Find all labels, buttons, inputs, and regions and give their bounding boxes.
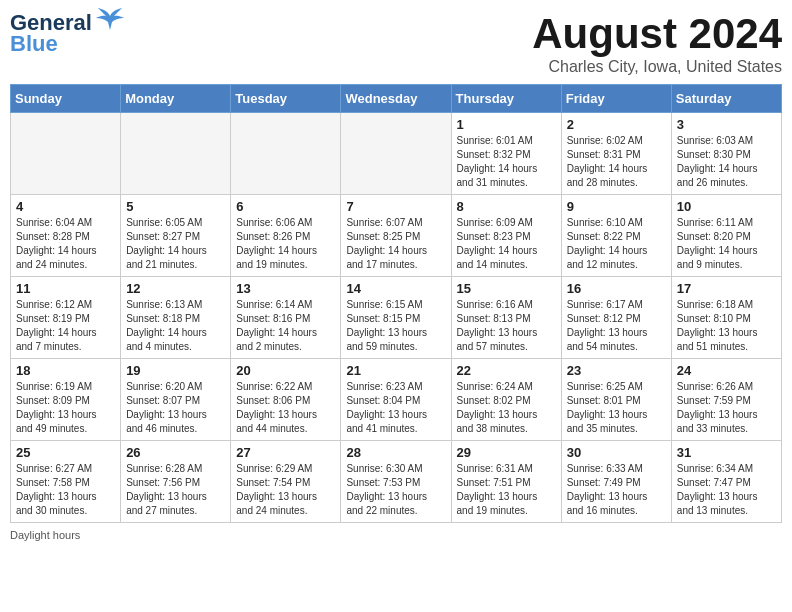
day-number: 13 <box>236 281 335 296</box>
calendar-cell: 21Sunrise: 6:23 AM Sunset: 8:04 PM Dayli… <box>341 359 451 441</box>
day-info: Sunrise: 6:12 AM Sunset: 8:19 PM Dayligh… <box>16 299 97 352</box>
calendar-cell: 9Sunrise: 6:10 AM Sunset: 8:22 PM Daylig… <box>561 195 671 277</box>
day-info: Sunrise: 6:07 AM Sunset: 8:25 PM Dayligh… <box>346 217 427 270</box>
calendar-cell: 30Sunrise: 6:33 AM Sunset: 7:49 PM Dayli… <box>561 441 671 523</box>
calendar-cell <box>11 113 121 195</box>
day-info: Sunrise: 6:10 AM Sunset: 8:22 PM Dayligh… <box>567 217 648 270</box>
week-row-2: 11Sunrise: 6:12 AM Sunset: 8:19 PM Dayli… <box>11 277 782 359</box>
calendar-cell: 26Sunrise: 6:28 AM Sunset: 7:56 PM Dayli… <box>121 441 231 523</box>
day-info: Sunrise: 6:13 AM Sunset: 8:18 PM Dayligh… <box>126 299 207 352</box>
day-info: Sunrise: 6:11 AM Sunset: 8:20 PM Dayligh… <box>677 217 758 270</box>
day-info: Sunrise: 6:26 AM Sunset: 7:59 PM Dayligh… <box>677 381 758 434</box>
calendar-cell: 14Sunrise: 6:15 AM Sunset: 8:15 PM Dayli… <box>341 277 451 359</box>
calendar-cell: 28Sunrise: 6:30 AM Sunset: 7:53 PM Dayli… <box>341 441 451 523</box>
calendar-cell: 23Sunrise: 6:25 AM Sunset: 8:01 PM Dayli… <box>561 359 671 441</box>
calendar-cell: 12Sunrise: 6:13 AM Sunset: 8:18 PM Dayli… <box>121 277 231 359</box>
day-number: 29 <box>457 445 556 460</box>
day-number: 17 <box>677 281 776 296</box>
day-number: 24 <box>677 363 776 378</box>
day-info: Sunrise: 6:03 AM Sunset: 8:30 PM Dayligh… <box>677 135 758 188</box>
day-info: Sunrise: 6:28 AM Sunset: 7:56 PM Dayligh… <box>126 463 207 516</box>
day-info: Sunrise: 6:33 AM Sunset: 7:49 PM Dayligh… <box>567 463 648 516</box>
day-number: 4 <box>16 199 115 214</box>
week-row-0: 1Sunrise: 6:01 AM Sunset: 8:32 PM Daylig… <box>11 113 782 195</box>
day-info: Sunrise: 6:30 AM Sunset: 7:53 PM Dayligh… <box>346 463 427 516</box>
day-number: 30 <box>567 445 666 460</box>
calendar-cell: 5Sunrise: 6:05 AM Sunset: 8:27 PM Daylig… <box>121 195 231 277</box>
calendar-title: August 2024 <box>532 10 782 58</box>
week-row-1: 4Sunrise: 6:04 AM Sunset: 8:28 PM Daylig… <box>11 195 782 277</box>
calendar-cell: 15Sunrise: 6:16 AM Sunset: 8:13 PM Dayli… <box>451 277 561 359</box>
calendar-cell: 13Sunrise: 6:14 AM Sunset: 8:16 PM Dayli… <box>231 277 341 359</box>
day-info: Sunrise: 6:29 AM Sunset: 7:54 PM Dayligh… <box>236 463 317 516</box>
day-number: 11 <box>16 281 115 296</box>
day-info: Sunrise: 6:18 AM Sunset: 8:10 PM Dayligh… <box>677 299 758 352</box>
day-info: Sunrise: 6:23 AM Sunset: 8:04 PM Dayligh… <box>346 381 427 434</box>
day-info: Sunrise: 6:02 AM Sunset: 8:31 PM Dayligh… <box>567 135 648 188</box>
day-info: Sunrise: 6:24 AM Sunset: 8:02 PM Dayligh… <box>457 381 538 434</box>
day-number: 22 <box>457 363 556 378</box>
footer-note: Daylight hours <box>10 529 782 541</box>
day-info: Sunrise: 6:31 AM Sunset: 7:51 PM Dayligh… <box>457 463 538 516</box>
day-info: Sunrise: 6:14 AM Sunset: 8:16 PM Dayligh… <box>236 299 317 352</box>
calendar-cell: 8Sunrise: 6:09 AM Sunset: 8:23 PM Daylig… <box>451 195 561 277</box>
day-info: Sunrise: 6:01 AM Sunset: 8:32 PM Dayligh… <box>457 135 538 188</box>
calendar-cell <box>341 113 451 195</box>
calendar-cell: 2Sunrise: 6:02 AM Sunset: 8:31 PM Daylig… <box>561 113 671 195</box>
col-friday: Friday <box>561 85 671 113</box>
title-area: August 2024 Charles City, Iowa, United S… <box>532 10 782 76</box>
day-info: Sunrise: 6:16 AM Sunset: 8:13 PM Dayligh… <box>457 299 538 352</box>
calendar-cell <box>231 113 341 195</box>
day-info: Sunrise: 6:19 AM Sunset: 8:09 PM Dayligh… <box>16 381 97 434</box>
day-number: 25 <box>16 445 115 460</box>
col-tuesday: Tuesday <box>231 85 341 113</box>
day-info: Sunrise: 6:22 AM Sunset: 8:06 PM Dayligh… <box>236 381 317 434</box>
calendar-cell: 16Sunrise: 6:17 AM Sunset: 8:12 PM Dayli… <box>561 277 671 359</box>
calendar-cell: 22Sunrise: 6:24 AM Sunset: 8:02 PM Dayli… <box>451 359 561 441</box>
day-number: 9 <box>567 199 666 214</box>
calendar-subtitle: Charles City, Iowa, United States <box>532 58 782 76</box>
day-number: 19 <box>126 363 225 378</box>
day-number: 28 <box>346 445 445 460</box>
day-number: 16 <box>567 281 666 296</box>
day-info: Sunrise: 6:04 AM Sunset: 8:28 PM Dayligh… <box>16 217 97 270</box>
day-number: 1 <box>457 117 556 132</box>
col-wednesday: Wednesday <box>341 85 451 113</box>
calendar-cell: 19Sunrise: 6:20 AM Sunset: 8:07 PM Dayli… <box>121 359 231 441</box>
day-info: Sunrise: 6:05 AM Sunset: 8:27 PM Dayligh… <box>126 217 207 270</box>
calendar-cell: 27Sunrise: 6:29 AM Sunset: 7:54 PM Dayli… <box>231 441 341 523</box>
day-number: 2 <box>567 117 666 132</box>
day-number: 7 <box>346 199 445 214</box>
col-monday: Monday <box>121 85 231 113</box>
calendar-cell: 4Sunrise: 6:04 AM Sunset: 8:28 PM Daylig… <box>11 195 121 277</box>
day-number: 5 <box>126 199 225 214</box>
day-info: Sunrise: 6:06 AM Sunset: 8:26 PM Dayligh… <box>236 217 317 270</box>
calendar-cell: 24Sunrise: 6:26 AM Sunset: 7:59 PM Dayli… <box>671 359 781 441</box>
calendar-cell: 31Sunrise: 6:34 AM Sunset: 7:47 PM Dayli… <box>671 441 781 523</box>
col-saturday: Saturday <box>671 85 781 113</box>
calendar-cell: 20Sunrise: 6:22 AM Sunset: 8:06 PM Dayli… <box>231 359 341 441</box>
logo: General Blue <box>10 10 124 56</box>
calendar-cell <box>121 113 231 195</box>
day-number: 14 <box>346 281 445 296</box>
day-info: Sunrise: 6:09 AM Sunset: 8:23 PM Dayligh… <box>457 217 538 270</box>
day-number: 6 <box>236 199 335 214</box>
day-number: 12 <box>126 281 225 296</box>
day-number: 26 <box>126 445 225 460</box>
day-info: Sunrise: 6:25 AM Sunset: 8:01 PM Dayligh… <box>567 381 648 434</box>
day-number: 31 <box>677 445 776 460</box>
day-info: Sunrise: 6:17 AM Sunset: 8:12 PM Dayligh… <box>567 299 648 352</box>
day-number: 23 <box>567 363 666 378</box>
week-row-4: 25Sunrise: 6:27 AM Sunset: 7:58 PM Dayli… <box>11 441 782 523</box>
calendar-header: Sunday Monday Tuesday Wednesday Thursday… <box>11 85 782 113</box>
col-sunday: Sunday <box>11 85 121 113</box>
calendar-cell: 1Sunrise: 6:01 AM Sunset: 8:32 PM Daylig… <box>451 113 561 195</box>
calendar-body: 1Sunrise: 6:01 AM Sunset: 8:32 PM Daylig… <box>11 113 782 523</box>
logo-line2: Blue <box>10 32 58 56</box>
day-info: Sunrise: 6:34 AM Sunset: 7:47 PM Dayligh… <box>677 463 758 516</box>
day-number: 3 <box>677 117 776 132</box>
calendar-table: Sunday Monday Tuesday Wednesday Thursday… <box>10 84 782 523</box>
day-number: 20 <box>236 363 335 378</box>
day-number: 27 <box>236 445 335 460</box>
day-number: 21 <box>346 363 445 378</box>
